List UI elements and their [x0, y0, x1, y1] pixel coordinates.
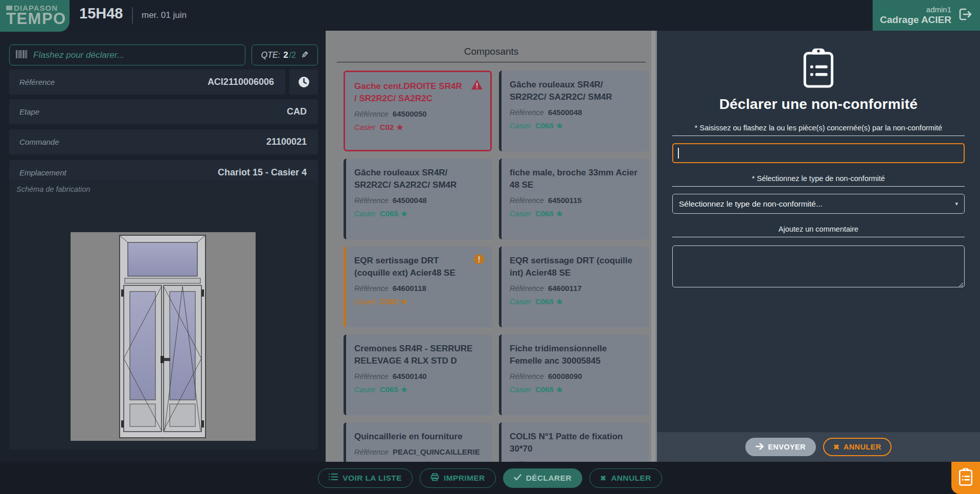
field-value: 21100021: [266, 137, 307, 147]
field-row-reference: Référence ACI2110006006: [9, 70, 285, 95]
top-bar: 15H48 mer. 01 juin admin1 Cadrage ACIER: [0, 0, 980, 31]
resize-grip-icon[interactable]: [958, 280, 963, 286]
component-reference: Référence64500140: [354, 372, 484, 380]
alert-circle-icon: [473, 254, 485, 267]
topbar-divider: [132, 7, 133, 24]
components-scrollbar[interactable]: [651, 31, 655, 462]
declarer-button[interactable]: DÉCLARER: [503, 468, 582, 488]
comment-textarea[interactable]: [672, 245, 965, 287]
user-name: admin1: [880, 5, 951, 14]
scan-input[interactable]: [33, 50, 239, 60]
nc-type-selected-value: Sélectionnez le type de non-conformité..…: [679, 199, 823, 209]
star-icon: ★: [556, 385, 563, 394]
component-reference: Référence64500050: [354, 109, 482, 118]
component-casier: CasierC052★: [354, 297, 484, 306]
voir-la-liste-button[interactable]: VOIR LA LISTE: [318, 468, 413, 488]
component-casier: CasierC065★: [354, 209, 484, 218]
component-reference: Référence64600117: [510, 284, 641, 293]
field-value: ACI2110006006: [208, 77, 274, 87]
component-title: Gâche rouleaux SR4R/ SR2R2C/ SA2R2C/ SM4…: [510, 79, 641, 103]
non-conformity-fab[interactable]: [951, 462, 980, 494]
component-casier: CasierC065★: [354, 385, 484, 394]
quantity-total: /2: [289, 51, 296, 60]
current-date: mer. 01 juin: [142, 10, 187, 20]
edit-pencil-icon[interactable]: ✎: [301, 50, 308, 60]
component-card[interactable]: Gâche rouleaux SR4R/ SR2R2C/ SA2R2C/ SM4…: [499, 71, 649, 151]
check-icon: [514, 474, 521, 483]
quantity-label: QTE:: [261, 51, 280, 60]
annuler-button[interactable]: ✖ ANNULER: [589, 468, 662, 488]
component-title: COLIS N°1 Patte de fixation 30*70: [510, 431, 641, 455]
field-label: Commande: [19, 138, 59, 146]
component-reference: Référence64600118: [354, 284, 484, 293]
user-session-block[interactable]: admin1 Cadrage ACIER: [873, 0, 980, 31]
comment-section-label: Ajoutez un commentaire: [672, 225, 965, 233]
alert-triangle-icon: [471, 79, 483, 93]
section-rule: [672, 136, 965, 136]
x-icon: ✖: [833, 443, 839, 451]
logo-tempo: TEMPO: [6, 12, 70, 26]
field-label: Référence: [19, 78, 55, 86]
component-reference: RéférencePEACI_QUINCAILLERIE: [354, 447, 484, 456]
user-info: admin1 Cadrage ACIER: [880, 5, 951, 25]
user-station: Cadrage ACIER: [880, 14, 951, 26]
component-title: Cremones SR4R - SERRURE RELEVAGE 4 RLX S…: [354, 343, 484, 367]
clipboard-icon: [959, 468, 973, 488]
scan-box: [9, 44, 245, 65]
component-title: Gâche rouleaux SR4R/ SR2R2C/ SA2R2C/ SM4…: [354, 167, 484, 191]
component-card[interactable]: Gache cent.DROITE SR4R / SR2R2C/ SA2R2C …: [344, 71, 492, 151]
field-row-etape: Etape CAD: [9, 99, 318, 124]
component-card[interactable]: fiche male, broche 33mm Acier 48 SE Réfé…: [499, 159, 649, 239]
piece-input[interactable]: [672, 143, 965, 163]
component-card[interactable]: Gâche rouleaux SR4R/ SR2R2C/ SA2R2C/ SM4…: [344, 159, 492, 239]
component-reference: Référence64500048: [510, 108, 641, 117]
barcode-icon: [16, 50, 27, 60]
field-label: Emplacement: [19, 168, 66, 177]
field-value: Chariot 15 - Casier 4: [218, 167, 307, 178]
section-rule: [672, 186, 965, 187]
component-reference: Référence60008090: [510, 372, 641, 380]
fabrication-schema-panel: Schéma de fabrication: [9, 180, 318, 450]
x-icon: ✖: [600, 474, 606, 482]
nc-type-select[interactable]: Sélectionnez le type de non-conformité..…: [672, 194, 965, 214]
component-casier: CasierC065★: [510, 209, 641, 218]
field-label: Etape: [19, 107, 39, 116]
component-card[interactable]: EQR sertissage DRT (coquille ext) Acier4…: [344, 246, 492, 327]
component-card[interactable]: EQR sertissage DRT (coquille int) Acier4…: [499, 246, 649, 327]
printer-icon: [430, 473, 439, 483]
arrow-right-icon: [756, 443, 764, 452]
star-icon: ★: [556, 209, 563, 218]
piece-section-label: * Saisissez ou flashez la ou les pièce(s…: [672, 124, 965, 132]
app-logo: DIAPASON TEMPO: [0, 0, 70, 32]
star-icon: ★: [556, 297, 563, 306]
declare-nc-footer: ENVOYER ✖ ANNULER: [657, 432, 980, 462]
component-card[interactable]: Fiche tridimensionnelle Femelle anc 3000…: [499, 334, 649, 415]
field-row-commande: Commande 21100021: [9, 129, 318, 154]
star-icon: ★: [401, 209, 407, 218]
component-reference: Référence64500115: [510, 196, 641, 205]
component-title: EQR sertissage DRT (coquille ext) Acier4…: [354, 255, 484, 279]
component-card[interactable]: Cremones SR4R - SERRURE RELEVAGE 4 RLX S…: [344, 334, 492, 415]
component-title: Gache cent.DROITE SR4R / SR2R2C/ SA2R2C: [354, 80, 482, 105]
star-icon: ★: [401, 385, 407, 394]
component-title: EQR sertissage DRT (coquille int) Acier4…: [510, 255, 641, 279]
current-time: 15H48: [79, 5, 123, 22]
chevron-down-icon: ▾: [955, 200, 958, 207]
schema-label: Schéma de fabrication: [16, 185, 311, 193]
history-clock-button[interactable]: [289, 70, 318, 95]
envoyer-button[interactable]: ENVOYER: [745, 438, 816, 456]
component-casier: CasierC065★: [510, 385, 641, 394]
quantity-box[interactable]: QTE: 2 /2 ✎: [252, 44, 318, 65]
component-reference: Référence64500048: [354, 196, 484, 205]
declare-nc-panel: Déclarer une non-conformité * Saisissez …: [657, 31, 980, 462]
annuler-nc-button[interactable]: ✖ ANNULER: [823, 438, 892, 456]
quantity-current: 2: [283, 50, 288, 60]
field-value: CAD: [287, 106, 307, 117]
components-card-grid: Gache cent.DROITE SR4R / SR2R2C/ SA2R2C …: [326, 62, 657, 494]
component-title: fiche male, broche 33mm Acier 48 SE: [510, 167, 641, 191]
logout-icon[interactable]: [958, 7, 973, 24]
section-rule: [672, 237, 965, 237]
imprimer-button[interactable]: IMPRIMER: [420, 468, 496, 488]
star-icon: ★: [396, 123, 403, 131]
bottom-action-bar: VOIR LA LISTE IMPRIMER DÉCLARER ✖ ANNULE…: [0, 462, 980, 494]
